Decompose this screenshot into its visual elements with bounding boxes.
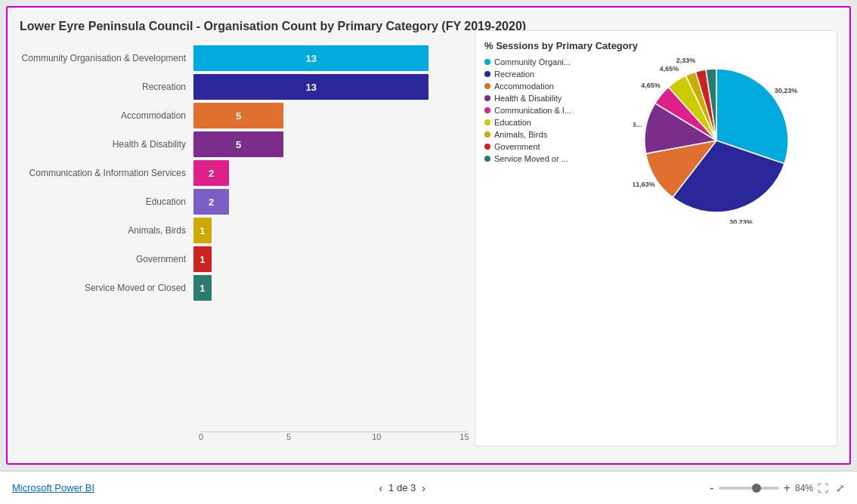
bar-wrapper: 5 bbox=[193, 103, 467, 128]
bar-row: Recreation13 bbox=[20, 74, 467, 100]
bar-row: Service Moved or Closed1 bbox=[20, 275, 467, 301]
pie-slice-label: 11,63% bbox=[633, 181, 655, 188]
chart-body: Community Organisation & Development13Re… bbox=[20, 45, 837, 447]
bar[interactable]: 13 bbox=[193, 45, 428, 71]
bar-label: Service Moved or Closed bbox=[20, 283, 193, 293]
legend-label: Community Organi... bbox=[494, 57, 571, 66]
bar-chart-area: Community Organisation & Development13Re… bbox=[20, 45, 475, 447]
x-axis-tick: 0 bbox=[199, 432, 203, 441]
bar-row: Animals, Birds1 bbox=[20, 218, 467, 243]
zoom-control: - + 84% ⛶ ⤢ bbox=[710, 481, 845, 495]
legend-item: Government bbox=[484, 142, 605, 151]
x-axis-tick: 5 bbox=[286, 432, 291, 441]
bar-row: Accommodation5 bbox=[20, 103, 467, 128]
bottom-bar: Microsoft Power BI ‹ 1 de 3 › - + 84% ⛶ … bbox=[0, 471, 857, 504]
pagination: ‹ 1 de 3 › bbox=[379, 482, 425, 494]
bar[interactable]: 1 bbox=[193, 246, 212, 272]
bar-label: Accommodation bbox=[20, 110, 193, 121]
bar-row: Community Organisation & Development13 bbox=[20, 45, 467, 71]
legend-dot bbox=[484, 131, 490, 138]
bar-label: Education bbox=[20, 196, 193, 207]
bar-label: Animals, Birds bbox=[20, 225, 193, 236]
bar[interactable]: 1 bbox=[193, 218, 212, 243]
legend-dot bbox=[484, 59, 490, 65]
bar-wrapper: 1 bbox=[193, 218, 467, 243]
bar-row: Education2 bbox=[20, 189, 467, 215]
chart-container: Lower Eyre Peninsula Council - Organisat… bbox=[6, 6, 851, 465]
legend-item: Health & Disability bbox=[484, 94, 605, 103]
legend-label: Health & Disability bbox=[494, 94, 562, 103]
legend-label: Animals, Birds bbox=[494, 130, 547, 139]
pie-slice-label: 4,65% bbox=[660, 65, 679, 73]
bar[interactable]: 1 bbox=[193, 275, 212, 301]
bar[interactable]: 2 bbox=[193, 189, 229, 215]
x-axis-tick: 10 bbox=[372, 432, 381, 441]
bar-row: Communication & Information Services2 bbox=[20, 160, 467, 186]
bar-wrapper: 5 bbox=[193, 131, 467, 157]
bar[interactable]: 13 bbox=[193, 74, 428, 100]
pie-slice-label: 11,6... bbox=[633, 121, 642, 128]
legend-label: Recreation bbox=[494, 70, 534, 79]
bars-container: Community Organisation & Development13Re… bbox=[20, 45, 467, 304]
main-area: Lower Eyre Peninsula Council - Organisat… bbox=[0, 0, 857, 471]
bar-wrapper: 13 bbox=[193, 74, 467, 100]
legend-item: Service Moved or ... bbox=[484, 154, 605, 163]
next-page-button[interactable]: › bbox=[422, 482, 425, 494]
legend-dot bbox=[484, 144, 490, 150]
legend-dot bbox=[484, 119, 490, 125]
zoom-thumb bbox=[752, 484, 761, 493]
zoom-minus-button[interactable]: - bbox=[710, 481, 713, 495]
outer-container: Lower Eyre Peninsula Council - Organisat… bbox=[0, 0, 857, 504]
legend-dot bbox=[484, 95, 490, 101]
pie-slice-label: 30,23% bbox=[729, 218, 753, 224]
bar-row: Health & Disability5 bbox=[20, 131, 467, 157]
legend-label: Education bbox=[494, 118, 531, 127]
bar[interactable]: 5 bbox=[193, 131, 283, 157]
legend-item: Education bbox=[484, 118, 605, 127]
bar-row: Government1 bbox=[20, 246, 467, 272]
bar-wrapper: 13 bbox=[193, 45, 467, 71]
bottom-right-icons: ⛶ ⤢ bbox=[818, 482, 845, 494]
pie-legend: Community Organi...RecreationAccommodati… bbox=[484, 57, 605, 166]
bar-label: Health & Disability bbox=[20, 139, 193, 150]
x-axis-tick: 15 bbox=[459, 432, 469, 441]
pie-chart-svg: 30,23%30,23%11,63%11,6...4,65%4,65%2,33% bbox=[633, 57, 800, 224]
legend-item: Recreation bbox=[484, 70, 605, 79]
fullscreen-icon[interactable]: ⛶ bbox=[818, 482, 828, 494]
legend-item: Accommodation bbox=[484, 82, 605, 91]
legend-dot bbox=[484, 156, 490, 162]
legend-label: Government bbox=[494, 142, 540, 151]
prev-page-button[interactable]: ‹ bbox=[379, 482, 382, 494]
legend-label: Communication & I... bbox=[494, 106, 571, 115]
pie-slice-label: 30,23% bbox=[775, 87, 798, 94]
zoom-level: 84% bbox=[795, 483, 813, 493]
bar-label: Government bbox=[20, 254, 193, 264]
pie-content: Community Organi...RecreationAccommodati… bbox=[484, 57, 828, 437]
pie-panel-title: % Sessions by Primary Category bbox=[484, 40, 828, 51]
bar[interactable]: 5 bbox=[193, 103, 283, 128]
pie-panel: % Sessions by Primary Category Community… bbox=[475, 30, 837, 447]
bar-wrapper: 2 bbox=[193, 160, 467, 186]
legend-item: Communication & I... bbox=[484, 106, 605, 115]
legend-item: Animals, Birds bbox=[484, 130, 605, 139]
page-info: 1 de 3 bbox=[388, 482, 416, 493]
legend-label: Accommodation bbox=[494, 82, 554, 91]
bar[interactable]: 2 bbox=[193, 160, 229, 186]
powerbi-link[interactable]: Microsoft Power BI bbox=[12, 482, 94, 493]
bar-wrapper: 2 bbox=[193, 189, 467, 215]
bar-wrapper: 1 bbox=[193, 275, 467, 301]
pie-slice-label: 2,33% bbox=[676, 57, 696, 64]
bar-label: Recreation bbox=[20, 82, 193, 92]
bar-label: Community Organisation & Development bbox=[20, 53, 193, 63]
legend-dot bbox=[484, 71, 490, 77]
bar-wrapper: 1 bbox=[193, 246, 467, 272]
x-axis: 051015 bbox=[201, 431, 467, 447]
zoom-slider[interactable] bbox=[719, 487, 779, 490]
legend-dot bbox=[484, 107, 490, 113]
pie-slice-label: 4,65% bbox=[641, 82, 661, 89]
legend-label: Service Moved or ... bbox=[494, 154, 568, 163]
expand-icon[interactable]: ⤢ bbox=[836, 482, 845, 494]
legend-dot bbox=[484, 83, 490, 89]
legend-item: Community Organi... bbox=[484, 57, 605, 66]
zoom-plus-button[interactable]: + bbox=[784, 481, 790, 495]
